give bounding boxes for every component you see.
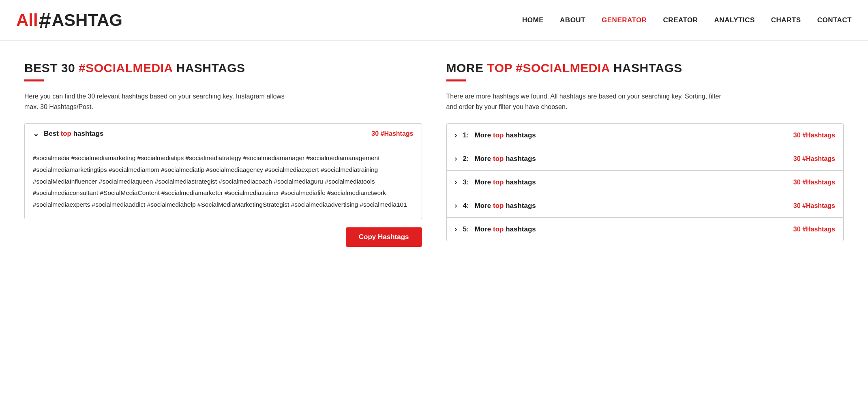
card-header-label-start: Best bbox=[44, 130, 61, 137]
chevron-right-icon: › bbox=[455, 131, 457, 139]
more-list-item-count: 30 #Hashtags bbox=[793, 132, 835, 139]
right-title-underline bbox=[446, 79, 466, 81]
more-list-item-left: › 1: More top hashtags bbox=[455, 131, 536, 139]
nav-about[interactable]: ABOUT bbox=[560, 16, 585, 24]
left-description: Here you can find the 30 relevant hashta… bbox=[24, 91, 300, 112]
chevron-right-icon: › bbox=[455, 178, 457, 186]
right-description: There are more hashtags we found. All ha… bbox=[446, 91, 722, 112]
right-section-title: MORE TOP #SOCIALMEDIA HASHTAGS bbox=[446, 61, 844, 75]
more-list-item-number: 2: bbox=[463, 155, 469, 163]
right-title-start: MORE bbox=[446, 61, 487, 75]
more-hashtags-list: › 1: More top hashtags 30 #Hashtags › 2:… bbox=[446, 123, 844, 241]
nav-charts[interactable]: CHARTS bbox=[771, 16, 801, 24]
nav-analytics[interactable]: ANALYTICS bbox=[714, 16, 755, 24]
left-title-end: HASHTAGS bbox=[173, 61, 245, 75]
more-list-item-count: 30 #Hashtags bbox=[793, 155, 835, 163]
more-list-item[interactable]: › 2: More top hashtags 30 #Hashtags bbox=[447, 147, 844, 171]
right-title-end: HASHTAGS bbox=[610, 61, 682, 75]
more-list-item-number: 1: bbox=[463, 131, 469, 139]
hashtag-card-body: #socialmedia #socialmediamarketing #soci… bbox=[25, 144, 422, 218]
right-column: MORE TOP #SOCIALMEDIA HASHTAGS There are… bbox=[446, 61, 844, 247]
left-column: BEST 30 #SOCIALMEDIA HASHTAGS Here you c… bbox=[24, 61, 422, 247]
more-list-item-left: › 4: More top hashtags bbox=[455, 201, 536, 210]
more-list-item-count: 30 #Hashtags bbox=[793, 179, 835, 186]
chevron-right-icon: › bbox=[455, 154, 457, 163]
right-title-hash: #SOCIALMEDIA bbox=[512, 61, 609, 75]
logo[interactable]: All # ASHTAG bbox=[16, 9, 122, 31]
more-list-item-label: More top hashtags bbox=[475, 131, 536, 139]
nav-creator[interactable]: CREATOR bbox=[663, 16, 698, 24]
left-title-highlight: #SOCIALMEDIA bbox=[79, 61, 173, 75]
card-header-label-end: hashtags bbox=[71, 130, 103, 137]
hashtag-card: ⌄ Best top hashtags 30 #Hashtags #social… bbox=[24, 123, 422, 219]
copy-button-row: Copy Hashtags bbox=[24, 227, 422, 247]
main-nav: HOME ABOUT GENERATOR CREATOR ANALYTICS C… bbox=[522, 16, 852, 24]
more-list-item-count: 30 #Hashtags bbox=[793, 226, 835, 233]
logo-hash: # bbox=[39, 9, 51, 31]
more-list-item-number: 5: bbox=[463, 225, 469, 233]
chevron-down-icon: ⌄ bbox=[33, 129, 39, 138]
main-content: BEST 30 #SOCIALMEDIA HASHTAGS Here you c… bbox=[0, 41, 868, 267]
more-list-item-left: › 5: More top hashtags bbox=[455, 225, 536, 233]
more-list-item-label: More top hashtags bbox=[475, 225, 536, 233]
card-count: 30 #Hashtags bbox=[371, 130, 413, 137]
nav-generator[interactable]: GENERATOR bbox=[602, 16, 647, 24]
chevron-right-icon: › bbox=[455, 225, 457, 233]
more-list-item-left: › 3: More top hashtags bbox=[455, 178, 536, 186]
more-list-item[interactable]: › 1: More top hashtags 30 #Hashtags bbox=[447, 124, 844, 147]
card-header-label: Best top hashtags bbox=[44, 130, 103, 138]
left-title-underline bbox=[24, 79, 44, 81]
more-list-item[interactable]: › 4: More top hashtags 30 #Hashtags bbox=[447, 194, 844, 218]
more-list-item[interactable]: › 5: More top hashtags 30 #Hashtags bbox=[447, 218, 844, 241]
more-list-item-label: More top hashtags bbox=[475, 155, 536, 163]
card-header-left: ⌄ Best top hashtags bbox=[33, 129, 103, 138]
more-list-item-number: 4: bbox=[463, 202, 469, 210]
more-list-item[interactable]: › 3: More top hashtags 30 #Hashtags bbox=[447, 171, 844, 194]
site-header: All # ASHTAG HOME ABOUT GENERATOR CREATO… bbox=[0, 0, 868, 41]
card-header-label-highlight: top bbox=[61, 130, 71, 137]
more-list-item-label: More top hashtags bbox=[475, 202, 536, 210]
nav-home[interactable]: HOME bbox=[522, 16, 544, 24]
copy-hashtags-button[interactable]: Copy Hashtags bbox=[346, 227, 422, 247]
left-title-start: BEST 30 bbox=[24, 61, 79, 75]
more-list-item-count: 30 #Hashtags bbox=[793, 202, 835, 210]
more-list-item-number: 3: bbox=[463, 178, 469, 186]
chevron-right-icon: › bbox=[455, 201, 457, 210]
logo-all: All bbox=[16, 12, 38, 29]
right-title-top: TOP bbox=[487, 61, 512, 75]
logo-hashtag: ASHTAG bbox=[52, 12, 122, 29]
more-list-item-left: › 2: More top hashtags bbox=[455, 154, 536, 163]
hashtag-card-header[interactable]: ⌄ Best top hashtags 30 #Hashtags bbox=[25, 124, 422, 144]
more-list-item-label: More top hashtags bbox=[475, 178, 536, 186]
left-section-title: BEST 30 #SOCIALMEDIA HASHTAGS bbox=[24, 61, 422, 75]
nav-contact[interactable]: CONTACT bbox=[817, 16, 852, 24]
